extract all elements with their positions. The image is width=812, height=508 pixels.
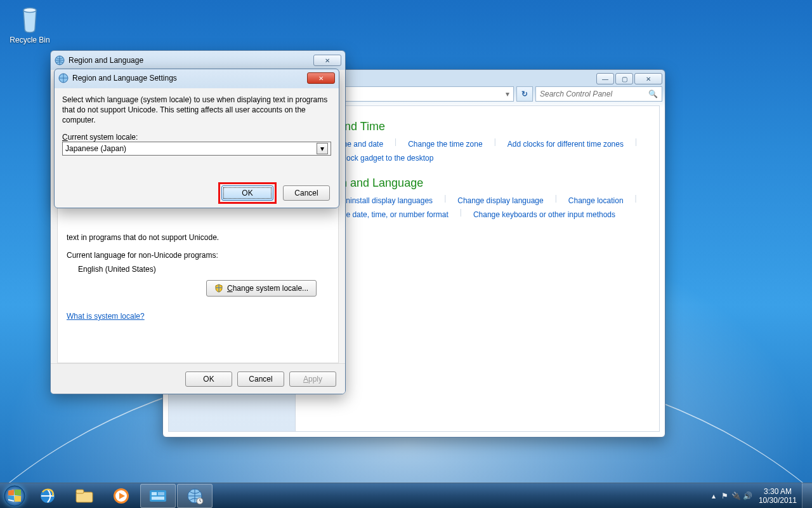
show-desktop-button[interactable] (802, 483, 812, 509)
taskbar-date: 10/30/2011 (759, 496, 797, 505)
rl-what-is-system-locale-link[interactable]: What is system locale? (67, 312, 145, 321)
recycle-bin-glyph (15, 4, 45, 34)
rl-apply-button: Apply (289, 371, 336, 387)
taskbar-region-language-button[interactable] (177, 484, 213, 508)
rls-ok-highlight: OK (218, 182, 277, 204)
svg-rect-11 (158, 492, 164, 495)
taskbar-ie-button[interactable] (30, 484, 65, 508)
rl-title: Region and Language (69, 56, 143, 65)
rl-change-locale-label: Change system locale... (227, 284, 308, 293)
svg-rect-6 (76, 490, 84, 493)
rl-close-button[interactable]: ✕ (313, 55, 341, 66)
rls-cancel-button[interactable]: Cancel (283, 185, 330, 201)
svg-rect-9 (150, 490, 166, 502)
rl-current-lang-value: English (United States) (78, 265, 329, 274)
uac-shield-icon (214, 284, 223, 293)
cp-link-change-keyboards[interactable]: Change keyboards or other input methods (473, 208, 615, 222)
taskbar-clock[interactable]: 3:30 AM 10/30/2011 (754, 487, 802, 505)
rl-current-lang-label: Current language for non-Unicode program… (67, 251, 329, 260)
rls-description: Select which language (system locale) to… (62, 95, 331, 125)
rls-system-locale-combobox[interactable]: Japanese (Japan) ▾ (62, 142, 331, 156)
cp-minimize-button[interactable]: — (596, 73, 614, 84)
rls-combo-value: Japanese (Japan) (65, 144, 126, 153)
tray-show-hidden-icon[interactable]: ▴ (708, 483, 719, 509)
start-button[interactable] (0, 483, 29, 509)
cp-region-links: Install or uninstall display languages| … (311, 194, 644, 222)
taskbar-media-player-button[interactable] (103, 484, 139, 508)
region-language-settings-dialog: Region and Language Settings ✕ Select wh… (54, 69, 339, 208)
rls-combo-label: Current system locale: (62, 133, 331, 142)
cp-link-change-location[interactable]: Change location (568, 194, 624, 208)
cp-datetime-links: Set the time and date| Change the time z… (311, 137, 644, 165)
cp-link-change-display-lang[interactable]: Change display language (457, 194, 543, 208)
rl-nonunicode-desc-line: text in programs that do not support Uni… (67, 233, 329, 242)
taskbar-control-panel-button[interactable] (140, 484, 176, 508)
rls-close-button[interactable]: ✕ (307, 72, 335, 84)
cp-search-input[interactable]: Search Control Panel 🔍 (535, 86, 662, 102)
svg-rect-10 (152, 492, 157, 495)
rl-cancel-button[interactable]: Cancel (237, 371, 284, 387)
cp-category-region-language[interactable]: Region and Language (311, 177, 644, 190)
cp-refresh-button[interactable]: ↻ (516, 86, 533, 102)
rls-title: Region and Language Settings (72, 74, 177, 83)
globe-icon (58, 73, 69, 83)
tray-volume-icon[interactable]: 🔊 (742, 483, 754, 509)
rl-ok-button[interactable]: OK (185, 371, 232, 387)
svg-point-0 (23, 8, 36, 13)
cp-main: Date and Time Set the time and date| Cha… (296, 106, 659, 431)
tray-flag-icon[interactable]: ⚑ (719, 483, 731, 509)
taskbar-explorer-button[interactable] (67, 484, 102, 508)
taskbar: ▴ ⚑ 🔌 🔊 3:30 AM 10/30/2011 (0, 483, 812, 508)
rl-button-row: OK Cancel Apply (51, 363, 345, 394)
globe-icon (55, 55, 65, 65)
search-icon: 🔍 (648, 90, 658, 98)
svg-rect-12 (152, 497, 164, 500)
tray-power-icon[interactable]: 🔌 (731, 483, 742, 509)
taskbar-time: 3:30 AM (759, 487, 797, 496)
rls-ok-button[interactable]: OK (221, 185, 273, 201)
cp-maximize-button[interactable]: ▢ (615, 73, 633, 84)
cp-search-placeholder: Search Control Panel (540, 90, 612, 98)
rls-button-row: OK Cancel (55, 178, 339, 208)
cp-link-change-timezone[interactable]: Change the time zone (408, 137, 482, 151)
cp-link-add-clocks[interactable]: Add clocks for different time zones (508, 137, 624, 151)
cp-category-date-time[interactable]: Date and Time (311, 120, 644, 133)
cp-close-button[interactable]: ✕ (634, 73, 662, 84)
recycle-bin-label: Recycle Bin (6, 36, 53, 44)
rl-change-system-locale-button[interactable]: Change system locale... (206, 280, 317, 297)
cp-address-dropdown-icon[interactable]: ▾ (506, 90, 509, 98)
chevron-down-icon[interactable]: ▾ (317, 143, 328, 154)
recycle-bin-icon[interactable]: Recycle Bin (6, 4, 53, 44)
cp-window-controls: — ▢ ✕ (596, 73, 662, 84)
